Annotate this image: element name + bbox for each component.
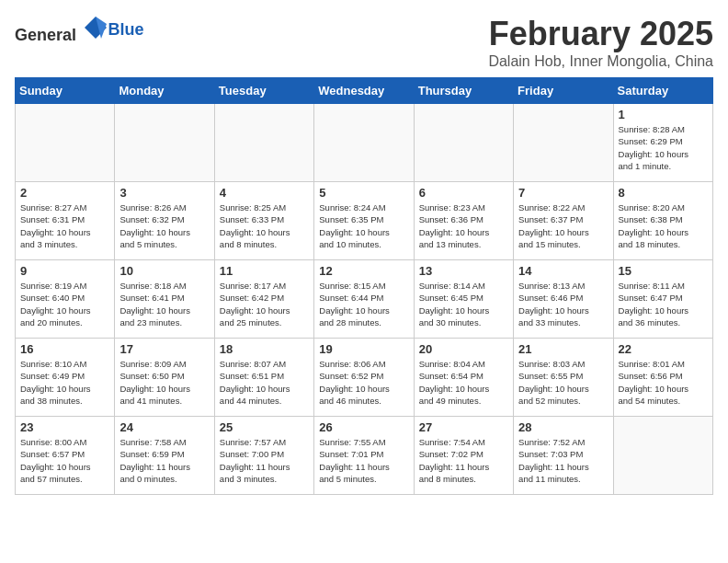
day-number: 13 (419, 264, 508, 278)
day-number: 6 (419, 186, 508, 200)
day-info: Sunrise: 7:52 AM Sunset: 7:03 PM Dayligh… (518, 436, 608, 485)
day-number: 27 (419, 420, 508, 434)
day-number: 18 (220, 342, 309, 356)
logo: General Blue (15, 15, 144, 45)
day-number: 9 (20, 264, 109, 278)
day-info: Sunrise: 7:55 AM Sunset: 7:01 PM Dayligh… (319, 436, 408, 485)
day-info: Sunrise: 8:09 AM Sunset: 6:50 PM Dayligh… (119, 358, 209, 407)
day-info: Sunrise: 8:19 AM Sunset: 6:40 PM Dayligh… (20, 280, 109, 328)
calendar-cell: 4Sunrise: 8:25 AM Sunset: 6:33 PM Daylig… (214, 182, 313, 260)
calendar-cell: 14Sunrise: 8:13 AM Sunset: 6:46 PM Dayli… (514, 260, 613, 339)
calendar-cell (214, 104, 313, 182)
calendar-cell: 19Sunrise: 8:06 AM Sunset: 6:52 PM Dayli… (314, 339, 414, 417)
day-info: Sunrise: 8:26 AM Sunset: 6:32 PM Dayligh… (119, 201, 209, 250)
header: General Blue February 2025 Dalain Hob, I… (15, 15, 713, 70)
calendar-cell: 9Sunrise: 8:19 AM Sunset: 6:40 PM Daylig… (16, 260, 115, 339)
day-number: 19 (319, 342, 408, 356)
weekday-header-row: SundayMondayTuesdayWednesdayThursdayFrid… (16, 78, 713, 104)
day-info: Sunrise: 8:24 AM Sunset: 6:35 PM Dayligh… (319, 201, 408, 250)
logo-icon (83, 15, 108, 40)
day-number: 4 (220, 186, 309, 200)
calendar-cell (613, 417, 712, 495)
weekday-header-saturday: Saturday (613, 78, 712, 104)
calendar-cell: 20Sunrise: 8:04 AM Sunset: 6:54 PM Dayli… (414, 339, 513, 417)
calendar-cell (514, 104, 613, 182)
weekday-header-sunday: Sunday (16, 78, 115, 104)
weekday-header-tuesday: Tuesday (214, 78, 313, 104)
day-info: Sunrise: 8:15 AM Sunset: 6:44 PM Dayligh… (319, 280, 408, 328)
weekday-header-friday: Friday (514, 78, 613, 104)
day-number: 8 (619, 186, 708, 200)
day-number: 16 (20, 342, 109, 356)
calendar-cell (16, 104, 115, 182)
calendar-cell: 11Sunrise: 8:17 AM Sunset: 6:42 PM Dayli… (214, 260, 313, 339)
calendar-cell: 18Sunrise: 8:07 AM Sunset: 6:51 PM Dayli… (214, 339, 313, 417)
week-row-1: 2Sunrise: 8:27 AM Sunset: 6:31 PM Daylig… (16, 182, 713, 260)
week-row-2: 9Sunrise: 8:19 AM Sunset: 6:40 PM Daylig… (16, 260, 713, 339)
calendar-cell (314, 104, 414, 182)
calendar-cell: 21Sunrise: 8:03 AM Sunset: 6:55 PM Dayli… (514, 339, 613, 417)
week-row-4: 23Sunrise: 8:00 AM Sunset: 6:57 PM Dayli… (16, 417, 713, 495)
day-info: Sunrise: 8:04 AM Sunset: 6:54 PM Dayligh… (419, 358, 508, 407)
day-number: 1 (619, 108, 708, 121)
day-number: 5 (319, 186, 408, 200)
day-info: Sunrise: 7:58 AM Sunset: 6:59 PM Dayligh… (119, 436, 209, 485)
day-info: Sunrise: 8:03 AM Sunset: 6:55 PM Dayligh… (518, 358, 608, 407)
day-info: Sunrise: 8:07 AM Sunset: 6:51 PM Dayligh… (220, 358, 309, 407)
weekday-header-monday: Monday (115, 78, 214, 104)
week-row-3: 16Sunrise: 8:10 AM Sunset: 6:49 PM Dayli… (16, 339, 713, 417)
calendar-cell: 23Sunrise: 8:00 AM Sunset: 6:57 PM Dayli… (16, 417, 115, 495)
calendar-cell: 13Sunrise: 8:14 AM Sunset: 6:45 PM Dayli… (414, 260, 513, 339)
day-info: Sunrise: 8:25 AM Sunset: 6:33 PM Dayligh… (220, 201, 309, 250)
day-number: 21 (518, 342, 608, 356)
calendar-cell: 8Sunrise: 8:20 AM Sunset: 6:38 PM Daylig… (613, 182, 712, 260)
location-title: Dalain Hob, Inner Mongolia, China (488, 53, 713, 70)
day-info: Sunrise: 8:22 AM Sunset: 6:37 PM Dayligh… (518, 201, 608, 250)
day-info: Sunrise: 8:01 AM Sunset: 6:56 PM Dayligh… (619, 358, 708, 407)
calendar-cell: 15Sunrise: 8:11 AM Sunset: 6:47 PM Dayli… (613, 260, 712, 339)
day-number: 14 (518, 264, 608, 278)
calendar-cell: 27Sunrise: 7:54 AM Sunset: 7:02 PM Dayli… (414, 417, 513, 495)
calendar-cell: 1Sunrise: 8:28 AM Sunset: 6:29 PM Daylig… (613, 104, 712, 182)
calendar-cell: 7Sunrise: 8:22 AM Sunset: 6:37 PM Daylig… (514, 182, 613, 260)
day-number: 25 (220, 420, 309, 434)
calendar-cell: 22Sunrise: 8:01 AM Sunset: 6:56 PM Dayli… (613, 339, 712, 417)
day-number: 17 (119, 342, 209, 356)
day-info: Sunrise: 8:11 AM Sunset: 6:47 PM Dayligh… (619, 280, 708, 328)
day-info: Sunrise: 8:13 AM Sunset: 6:46 PM Dayligh… (518, 280, 608, 328)
calendar-cell: 2Sunrise: 8:27 AM Sunset: 6:31 PM Daylig… (16, 182, 115, 260)
calendar-cell: 17Sunrise: 8:09 AM Sunset: 6:50 PM Dayli… (115, 339, 214, 417)
calendar-cell: 24Sunrise: 7:58 AM Sunset: 6:59 PM Dayli… (115, 417, 214, 495)
week-row-0: 1Sunrise: 8:28 AM Sunset: 6:29 PM Daylig… (16, 104, 713, 182)
day-info: Sunrise: 8:23 AM Sunset: 6:36 PM Dayligh… (419, 201, 508, 250)
calendar-cell: 5Sunrise: 8:24 AM Sunset: 6:35 PM Daylig… (314, 182, 414, 260)
day-number: 2 (20, 186, 109, 200)
day-number: 11 (220, 264, 309, 278)
day-info: Sunrise: 7:57 AM Sunset: 7:00 PM Dayligh… (220, 436, 309, 485)
day-number: 20 (419, 342, 508, 356)
day-info: Sunrise: 8:00 AM Sunset: 6:57 PM Dayligh… (20, 436, 109, 485)
day-number: 24 (119, 420, 209, 434)
logo-general: General (15, 26, 76, 44)
calendar-cell: 3Sunrise: 8:26 AM Sunset: 6:32 PM Daylig… (115, 182, 214, 260)
month-title: February 2025 (488, 15, 713, 53)
day-number: 12 (319, 264, 408, 278)
day-info: Sunrise: 8:28 AM Sunset: 6:29 PM Dayligh… (619, 123, 708, 172)
day-info: Sunrise: 8:27 AM Sunset: 6:31 PM Dayligh… (20, 201, 109, 250)
day-info: Sunrise: 8:17 AM Sunset: 6:42 PM Dayligh… (220, 280, 309, 328)
day-info: Sunrise: 8:10 AM Sunset: 6:49 PM Dayligh… (20, 358, 109, 407)
logo-blue: Blue (108, 20, 144, 39)
weekday-header-thursday: Thursday (414, 78, 513, 104)
day-info: Sunrise: 8:20 AM Sunset: 6:38 PM Dayligh… (619, 201, 708, 250)
calendar-cell: 16Sunrise: 8:10 AM Sunset: 6:49 PM Dayli… (16, 339, 115, 417)
day-number: 28 (518, 420, 608, 434)
calendar-cell: 10Sunrise: 8:18 AM Sunset: 6:41 PM Dayli… (115, 260, 214, 339)
day-info: Sunrise: 8:18 AM Sunset: 6:41 PM Dayligh… (119, 280, 209, 328)
calendar-cell: 25Sunrise: 7:57 AM Sunset: 7:00 PM Dayli… (214, 417, 313, 495)
title-area: February 2025 Dalain Hob, Inner Mongolia… (488, 15, 713, 70)
calendar-cell: 6Sunrise: 8:23 AM Sunset: 6:36 PM Daylig… (414, 182, 513, 260)
calendar-cell: 26Sunrise: 7:55 AM Sunset: 7:01 PM Dayli… (314, 417, 414, 495)
day-number: 3 (119, 186, 209, 200)
day-info: Sunrise: 8:06 AM Sunset: 6:52 PM Dayligh… (319, 358, 408, 407)
day-number: 22 (619, 342, 708, 356)
